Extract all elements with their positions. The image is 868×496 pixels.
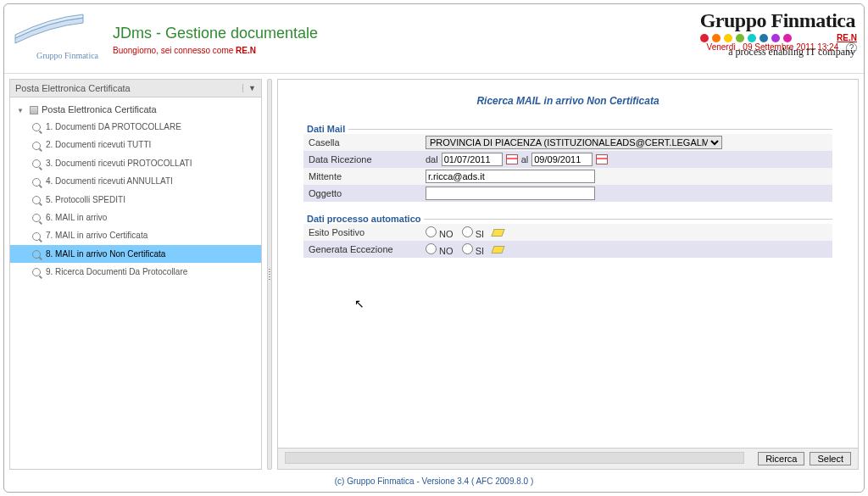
status-spacer — [285, 452, 744, 464]
search-icon — [32, 159, 41, 168]
date-to-input[interactable] — [531, 153, 593, 166]
sidebar-dropdown-label: Posta Elettronica Certificata — [15, 83, 131, 93]
label-eccezione: Generata Eccezione — [303, 242, 422, 256]
brand-dots — [700, 34, 855, 44]
sidebar-item-label: 5. Protocolli SPEDITI — [46, 195, 125, 204]
search-icon — [32, 196, 41, 204]
pane-divider[interactable] — [267, 79, 272, 470]
bottom-bar: Ricerca Select — [278, 448, 858, 469]
greeting-text: Buongiorno, sei connesso come RE.N — [113, 46, 670, 55]
sidebar-item-1[interactable]: 1. Documenti DA PROTOCOLLARE — [10, 118, 261, 136]
search-title: Ricerca MAIL in arrivo Non Certificata — [303, 95, 832, 107]
label-casella: Casella — [303, 136, 422, 149]
sidebar: Posta Elettronica Certificata ▼ Posta El… — [9, 79, 262, 470]
app-title: JDms - Gestione documentale — [113, 25, 670, 42]
clear-eccezione-icon[interactable] — [491, 246, 504, 254]
header: Gruppo Finmatica JDms - Gestione documen… — [4, 4, 864, 74]
main-panel: Ricerca MAIL in arrivo Non Certificata D… — [277, 79, 859, 470]
esito-si-radio[interactable] — [462, 226, 473, 237]
label-mittente: Mittente — [303, 170, 422, 183]
tree-root[interactable]: Posta Elettronica Certificata — [10, 101, 261, 118]
sidebar-item-4[interactable]: 4. Documenti ricevuti ANNULLATI — [10, 172, 261, 190]
sidebar-item-label: 1. Documenti DA PROTOCOLLARE — [46, 122, 181, 131]
esito-no-radio[interactable] — [426, 226, 437, 237]
fieldset-processo: Dati processo automatico Esito Positivo … — [303, 214, 832, 258]
chevron-down-icon: ▼ — [242, 84, 256, 92]
sidebar-item-label: 3. Documenti ricevuti PROTOCOLLATI — [46, 159, 192, 168]
casella-select[interactable]: PROVINCIA DI PIACENZA (ISTITUZIONALEADS@… — [426, 136, 722, 149]
sidebar-item-label: 4. Documenti ricevuti ANNULLATI — [46, 176, 173, 186]
sidebar-item-8[interactable]: 8. MAIL in arrivo Non Certificata — [10, 245, 261, 263]
search-icon — [32, 232, 41, 241]
calendar-from-icon[interactable] — [506, 154, 518, 164]
search-icon — [32, 123, 41, 131]
sidebar-item-label: 2. Documenti ricevuti TUTTI — [46, 140, 151, 149]
sidebar-item-label: 9. Ricerca Documenti Da Protocollare — [46, 267, 187, 276]
footer-text: (c) Gruppo Finmatica - Versione 3.4 ( AF… — [4, 475, 864, 488]
text-si: SI — [476, 229, 484, 239]
sidebar-item-label: 6. MAIL in arrivo — [46, 213, 107, 222]
fieldset-dati-mail: Dati Mail Casella PROVINCIA DI PIACENZA … — [303, 124, 832, 202]
sidebar-item-6[interactable]: 6. MAIL in arrivo — [10, 209, 261, 226]
eccezione-si-radio[interactable] — [462, 243, 473, 254]
search-icon — [32, 142, 41, 150]
sidebar-item-label: 8. MAIL in arrivo Non Certificata — [46, 249, 165, 259]
oggetto-input[interactable] — [426, 187, 595, 200]
mittente-input[interactable] — [426, 170, 595, 183]
sidebar-item-2[interactable]: 2. Documenti ricevuti TUTTI — [10, 136, 261, 153]
app-logo: Gruppo Finmatica — [11, 9, 113, 62]
select-button[interactable]: Select — [810, 452, 851, 465]
sidebar-item-5[interactable]: 5. Protocolli SPEDITI — [10, 191, 261, 209]
greeting-prefix: Buongiorno, sei connesso come — [113, 46, 236, 55]
date-from-input[interactable] — [442, 153, 503, 166]
sidebar-item-label: 7. MAIL in arrivo Certificata — [46, 231, 147, 240]
search-icon — [32, 250, 41, 259]
eccezione-no-radio[interactable] — [426, 243, 437, 254]
label-esito: Esito Positivo — [303, 226, 422, 239]
label-data-ricezione: Data Ricezione — [303, 153, 422, 166]
sidebar-item-7[interactable]: 7. MAIL in arrivo Certificata — [10, 226, 261, 244]
text-si-2: SI — [476, 246, 484, 256]
brand-title: Gruppo Finmatica — [700, 9, 855, 32]
text-dal: dal — [426, 154, 438, 164]
search-icon — [32, 178, 41, 187]
fieldset1-legend: Dati Mail — [303, 124, 348, 134]
ricerca-button[interactable]: Ricerca — [758, 452, 804, 465]
search-icon — [32, 214, 41, 222]
sidebar-dropdown[interactable]: Posta Elettronica Certificata ▼ — [10, 80, 261, 98]
brand-tagline: a process enabling IT company — [700, 46, 855, 59]
folder-icon — [30, 106, 38, 114]
text-al: al — [521, 154, 529, 164]
search-icon — [32, 268, 41, 276]
clear-esito-icon[interactable] — [491, 229, 504, 237]
logo-signature: Gruppo Finmatica — [36, 51, 98, 60]
text-no-2: NO — [439, 246, 453, 256]
greeting-user: RE.N — [236, 46, 256, 55]
fieldset2-legend: Dati processo automatico — [303, 214, 424, 224]
calendar-to-icon[interactable] — [596, 154, 608, 164]
brand-block: Gruppo Finmatica a process enabling IT c… — [700, 9, 855, 59]
sidebar-item-3[interactable]: 3. Documenti ricevuti PROTOCOLLATI — [10, 154, 261, 172]
label-oggetto: Oggetto — [303, 187, 422, 200]
text-no: NO — [439, 229, 453, 239]
tree-root-label: Posta Elettronica Certificata — [42, 104, 157, 114]
sidebar-item-9[interactable]: 9. Ricerca Documenti Da Protocollare — [10, 263, 261, 281]
